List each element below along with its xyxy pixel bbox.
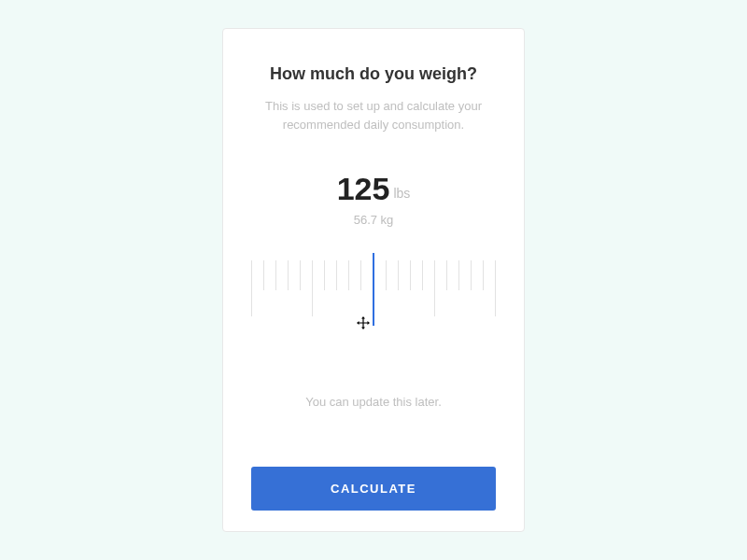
- ruler-tick: [398, 260, 399, 290]
- ruler-tick: [458, 260, 459, 290]
- ruler-tick: [471, 260, 472, 290]
- ruler-tick: [251, 260, 252, 316]
- ruler-tick: [422, 260, 423, 290]
- ruler-tick: [336, 260, 337, 290]
- ruler-tick: [324, 260, 325, 290]
- card-title: How much do you weigh?: [270, 64, 477, 84]
- ruler-tick: [410, 260, 411, 290]
- ruler-tick: [434, 260, 435, 316]
- weight-slider[interactable]: [251, 253, 496, 337]
- footnote: You can update this later.: [305, 395, 442, 409]
- ruler-tick: [360, 260, 361, 290]
- weight-display: 125lbs: [337, 171, 411, 207]
- ruler-tick: [288, 260, 289, 290]
- ruler-tick: [263, 260, 264, 290]
- move-cursor-icon: [357, 316, 370, 329]
- weight-unit: lbs: [393, 186, 410, 201]
- calculate-button[interactable]: CALCULATE: [251, 467, 496, 511]
- ruler-tick: [275, 260, 276, 290]
- ruler-tick: [483, 260, 484, 290]
- weight-input-card: How much do you weigh? This is used to s…: [222, 28, 525, 532]
- slider-indicator: [373, 253, 374, 326]
- ruler-tick: [495, 260, 496, 316]
- ruler-tick: [348, 260, 349, 290]
- card-subtitle: This is used to set up and calculate you…: [251, 97, 496, 133]
- ruler-tick: [446, 260, 447, 290]
- weight-value: 125: [337, 171, 390, 206]
- weight-alt-value: 56.7 kg: [354, 213, 394, 227]
- ruler-tick: [386, 260, 387, 290]
- ruler-tick: [312, 260, 313, 316]
- ruler-tick: [300, 260, 301, 290]
